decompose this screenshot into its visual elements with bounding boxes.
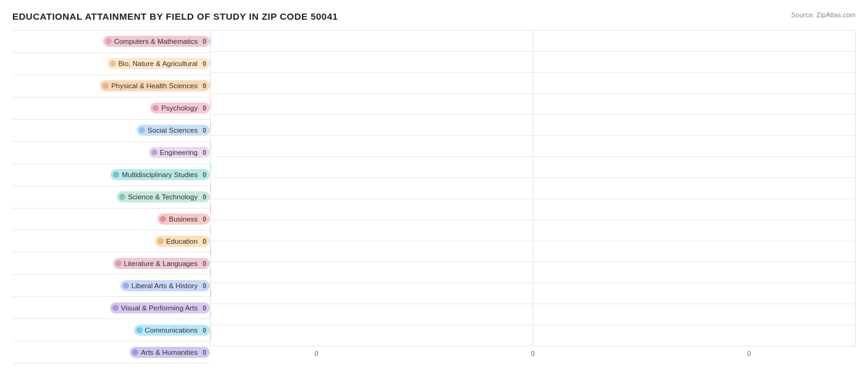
pill-dot (113, 172, 119, 178)
label-pill: Computers & Mathematics0 (103, 36, 210, 47)
y-row: Liberal Arts & History0 (12, 274, 210, 296)
y-row: Education0 (12, 230, 210, 252)
pill-dot (119, 194, 125, 200)
category-label: Visual & Performing Arts (121, 304, 198, 312)
category-value: 0 (202, 149, 206, 156)
bar-row (210, 51, 856, 72)
pill-dot (110, 60, 116, 67)
category-label: Computers & Mathematics (114, 38, 198, 45)
label-pill: Communications0 (134, 325, 211, 336)
chart-header: EDUCATIONAL ATTAINMENT BY FIELD OF STUDY… (12, 11, 856, 22)
category-label: Science & Technology (128, 193, 198, 201)
bar-row (210, 72, 856, 93)
bar-fill (210, 268, 211, 276)
bar-fill (210, 184, 211, 193)
pill-dot (115, 260, 122, 267)
bar-row (210, 156, 856, 177)
bar-row (210, 304, 856, 325)
chart-title: EDUCATIONAL ATTAINMENT BY FIELD OF STUDY… (12, 11, 338, 22)
y-row: Visual & Performing Arts0 (12, 296, 210, 318)
pill-dot (157, 238, 164, 244)
chart-container: EDUCATIONAL ATTAINMENT BY FIELD OF STUDY… (0, 0, 868, 390)
bar-area: 000 (210, 30, 856, 363)
label-pill: Literature & Languages0 (113, 258, 210, 269)
category-label: Social Sciences (148, 127, 198, 134)
category-label: Psychology (161, 104, 198, 112)
x-axis-label: 0 (426, 350, 639, 363)
pill-dot (102, 83, 109, 89)
label-pill: Engineering0 (149, 147, 210, 158)
x-axis-label: 0 (643, 350, 856, 363)
y-row: Multidisciplinary Studies0 (12, 164, 210, 186)
bar-fill (210, 79, 211, 88)
bar-row (210, 262, 856, 283)
pill-dot (151, 149, 157, 156)
label-pill: Multidisciplinary Studies0 (111, 169, 210, 180)
y-row: Literature & Languages0 (12, 252, 210, 274)
category-label: Education (166, 238, 198, 245)
category-value: 0 (202, 215, 206, 223)
category-value: 0 (202, 171, 206, 178)
chart-source: Source: ZipAtlas.com (791, 11, 856, 19)
pill-dot (160, 216, 166, 222)
pill-dot (112, 305, 119, 311)
category-label: Literature & Languages (124, 260, 198, 267)
bar-row (210, 30, 856, 51)
category-value: 0 (202, 104, 206, 112)
x-axis-label: 0 (210, 350, 423, 363)
y-row: Bio, Nature & Agricultural0 (12, 52, 210, 75)
bar-fill (210, 289, 211, 297)
category-label: Bio, Nature & Agricultural (119, 60, 198, 67)
bar-fill (210, 121, 211, 130)
category-label: Communications (145, 326, 198, 334)
category-label: Arts & Humanities (141, 349, 198, 356)
bar-row (210, 177, 856, 198)
x-axis-labels: 000 (210, 346, 856, 363)
chart-body: Computers & Mathematics0Bio, Nature & Ag… (12, 30, 856, 363)
label-pill: Liberal Arts & History0 (120, 280, 210, 291)
label-pill: Physical & Health Sciences0 (100, 80, 210, 91)
bar-fill (210, 226, 211, 234)
label-pill: Business0 (157, 214, 210, 225)
label-pill: Arts & Humanities0 (130, 347, 210, 358)
bar-row (210, 135, 856, 156)
category-value: 0 (202, 193, 206, 201)
y-row: Arts & Humanities0 (12, 341, 210, 363)
category-value: 0 (202, 326, 206, 334)
bar-fill (210, 142, 211, 151)
bar-row (210, 283, 856, 304)
category-value: 0 (202, 38, 206, 45)
bar-row (210, 199, 856, 220)
bar-fill (210, 331, 211, 339)
category-value: 0 (202, 60, 206, 67)
bar-row (210, 325, 856, 346)
category-value: 0 (202, 349, 206, 356)
label-pill: Psychology0 (150, 102, 210, 114)
bar-row (210, 114, 856, 135)
pill-dot (139, 127, 145, 133)
y-row: Business0 (12, 208, 210, 230)
y-row: Social Sciences0 (12, 119, 210, 141)
bar-fill (210, 310, 211, 318)
pill-dot (123, 283, 129, 289)
bars-wrapper (210, 30, 856, 346)
bar-fill (210, 247, 211, 255)
label-pill: Bio, Nature & Agricultural0 (107, 58, 210, 69)
y-row: Computers & Mathematics0 (12, 30, 210, 52)
category-label: Engineering (160, 149, 198, 156)
bar-fill (210, 100, 211, 109)
category-label: Business (169, 215, 198, 223)
pill-dot (152, 105, 159, 111)
category-label: Multidisciplinary Studies (122, 171, 198, 178)
bar-fill (210, 205, 211, 214)
bar-row (210, 93, 856, 114)
y-row: Psychology0 (12, 97, 210, 119)
y-row: Physical & Health Sciences0 (12, 75, 210, 97)
bar-fill (210, 58, 211, 67)
category-value: 0 (202, 260, 206, 267)
bar-row (210, 241, 856, 262)
label-pill: Social Sciences0 (136, 125, 210, 136)
bar-fill (210, 163, 211, 172)
bar-fill (210, 37, 211, 46)
category-label: Physical & Health Sciences (111, 82, 198, 89)
